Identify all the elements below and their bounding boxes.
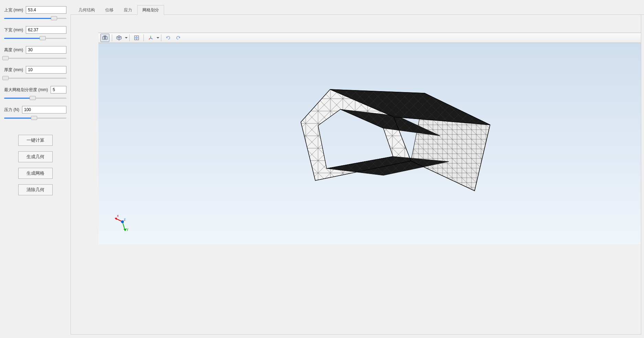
parameters-sidebar: 上宽 (mm) 下宽 (mm) 高度 (mm) <box>0 0 71 338</box>
rotate-ccw-icon[interactable] <box>164 34 173 42</box>
toolbar-separator <box>129 34 130 41</box>
chevron-down-icon[interactable] <box>125 37 127 39</box>
svg-point-2 <box>105 38 105 39</box>
camera-icon[interactable] <box>100 34 109 42</box>
svg-marker-17 <box>124 229 127 231</box>
mesh-model <box>98 43 641 244</box>
svg-text:y: y <box>127 227 128 231</box>
axis-gizmo: x y z <box>112 213 133 234</box>
calculate-button[interactable]: 一键计算 <box>18 135 53 146</box>
param-label: 上宽 (mm) <box>4 7 23 13</box>
viewport-wrap: x y z <box>71 15 641 335</box>
viewport-3d[interactable]: x y z <box>98 43 641 244</box>
thickness-input[interactable] <box>26 66 66 74</box>
param-pressure: 压力 (N) <box>4 106 66 121</box>
clear-geometry-button[interactable]: 清除几何 <box>18 184 53 195</box>
param-bottom-width: 下宽 (mm) <box>4 26 66 41</box>
tab-geometry[interactable]: 几何结构 <box>73 5 100 15</box>
svg-point-19 <box>121 220 124 223</box>
param-label: 最大网格划分密度 (mm) <box>4 87 48 93</box>
tab-mesh[interactable]: 网格划分 <box>137 5 164 15</box>
viewport-toolbar <box>98 33 641 43</box>
svg-text:x: x <box>117 214 119 218</box>
toolbar-separator <box>161 34 161 41</box>
generate-geometry-button[interactable]: 生成几何 <box>18 151 53 162</box>
main-panel: 几何结构 位移 应力 网格划分 <box>71 0 644 338</box>
top-width-input[interactable] <box>26 6 66 14</box>
bottom-width-input[interactable] <box>26 26 66 34</box>
param-mesh-density: 最大网格划分密度 (mm) <box>4 86 66 101</box>
height-slider[interactable] <box>4 55 66 61</box>
toolbar-separator <box>112 34 112 41</box>
param-top-width: 上宽 (mm) <box>4 6 66 21</box>
mesh-density-slider[interactable] <box>4 95 66 101</box>
tab-stress[interactable]: 应力 <box>119 5 137 15</box>
pressure-input[interactable] <box>22 106 66 113</box>
mesh-density-input[interactable] <box>51 86 66 94</box>
param-label: 压力 (N) <box>4 107 19 113</box>
param-height: 高度 (mm) <box>4 46 66 61</box>
param-label: 下宽 (mm) <box>4 27 23 33</box>
generate-mesh-button[interactable]: 生成网格 <box>18 168 53 179</box>
height-input[interactable] <box>26 46 66 54</box>
pan-icon[interactable] <box>132 34 141 42</box>
axes-icon[interactable] <box>146 34 155 42</box>
param-label: 高度 (mm) <box>4 47 23 53</box>
svg-text:z: z <box>124 218 126 221</box>
param-thickness: 厚度 (mm) <box>4 66 66 81</box>
cube-view-icon[interactable] <box>115 34 124 42</box>
rotate-cw-icon[interactable] <box>174 34 183 42</box>
thickness-slider[interactable] <box>4 75 66 81</box>
param-label: 厚度 (mm) <box>4 67 23 73</box>
top-width-slider[interactable] <box>4 15 66 21</box>
tab-bar: 几何结构 位移 应力 网格划分 <box>71 5 644 15</box>
toolbar-separator <box>143 34 144 41</box>
tab-displacement[interactable]: 位移 <box>100 5 119 15</box>
pressure-slider[interactable] <box>4 115 66 121</box>
bottom-width-slider[interactable] <box>4 35 66 41</box>
svg-rect-3 <box>104 36 106 36</box>
chevron-down-icon[interactable] <box>157 37 159 39</box>
